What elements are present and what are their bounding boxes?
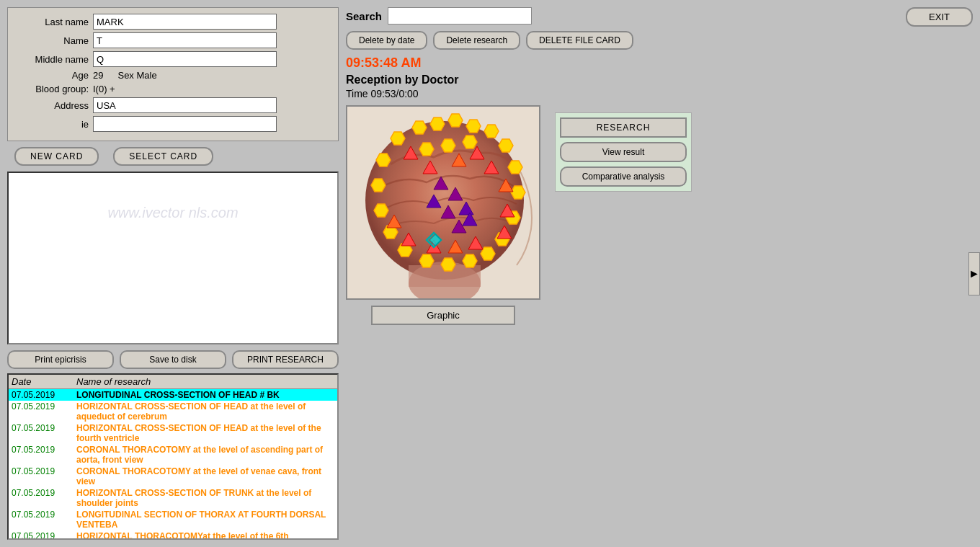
notes-area: www.ivector nls.com [7, 172, 339, 344]
exit-button[interactable]: EXIT [906, 7, 973, 27]
row-date: 07.05.2019 [12, 401, 76, 422]
blood-group-label: Blood group: [17, 84, 89, 94]
svg-marker-9 [499, 139, 513, 152]
time-text: Time 09:53/0:00 [346, 88, 973, 99]
print-research-button[interactable]: PRINT RESEARCH [232, 350, 339, 369]
row-date: 07.05.2019 [12, 531, 76, 539]
name-input[interactable] [93, 32, 277, 48]
print-epicrisis-button[interactable]: Print epicrisis [7, 350, 114, 369]
last-name-input[interactable] [93, 14, 277, 30]
sex-value: Male [137, 70, 157, 81]
row-date: 07.05.2019 [12, 390, 76, 400]
row-name: HORIZONTAL CROSS-SECTION OF HEAD at the … [76, 401, 334, 422]
row-date: 07.05.2019 [12, 445, 76, 465]
ie-label: ie [17, 119, 89, 130]
table-row[interactable]: 07.05.2019HORIZONTAL CROSS-SECTION OF TR… [9, 487, 337, 509]
time-display: 09:53:48 AM [346, 55, 973, 71]
delete-file-card-button[interactable]: DELETE FILE CARD [526, 31, 633, 50]
svg-marker-8 [484, 125, 499, 138]
row-name: HORIZONTAL CROSS-SECTION OF TRUNK at the… [76, 488, 334, 508]
delete-by-date-button[interactable]: Delete by date [346, 31, 427, 50]
middle-name-input[interactable] [93, 51, 277, 67]
table-row[interactable]: 07.05.2019LONGITUDINAL CROSS-SECTION OF … [9, 389, 337, 401]
table-row[interactable]: 07.05.2019HORIZONTAL CROSS-SECTION OF HE… [9, 401, 337, 422]
watermark: www.ivector nls.com [12, 205, 334, 221]
svg-marker-22 [463, 254, 477, 267]
row-name: CORONAL THORACOTOMY at the level of asce… [76, 445, 334, 465]
search-input[interactable] [388, 7, 532, 25]
new-card-button[interactable]: NEW CARD [14, 147, 99, 166]
graphic-button[interactable]: Graphic [371, 306, 515, 325]
row-date: 07.05.2019 [12, 466, 76, 486]
side-tab[interactable]: ► [968, 252, 980, 295]
row-name: LONGITUDINAL SECTION OF THORAX AT FOURTH… [76, 510, 334, 530]
sex-label: Sex [117, 70, 133, 81]
svg-marker-10 [508, 161, 522, 174]
middle-name-label: Middle name [17, 54, 89, 65]
research-table: Date Name of research 07.05.2019LONGITUD… [7, 373, 339, 541]
reception-text: Reception by Doctor [346, 74, 973, 86]
table-row[interactable]: 07.05.2019CORONAL THORACOTOMY at the lev… [9, 466, 337, 487]
name-label: Name [17, 35, 89, 46]
blood-group-value: I(0) + [93, 84, 115, 94]
svg-marker-11 [511, 186, 525, 199]
svg-marker-20 [419, 254, 434, 267]
table-header-name: Name of research [76, 376, 334, 387]
svg-marker-21 [441, 258, 455, 271]
row-name: HORIZONTAL CROSS-SECTION OF HEAD at the … [76, 423, 334, 443]
row-date: 07.05.2019 [12, 510, 76, 530]
delete-research-button[interactable]: Delete research [433, 31, 520, 50]
research-button[interactable]: RESEARCH [560, 117, 687, 138]
save-to-disk-button[interactable]: Save to disk [120, 350, 226, 369]
row-date: 07.05.2019 [12, 488, 76, 508]
row-name: LONGITUDINAL CROSS-SECTION OF HEAD # BK [76, 390, 334, 400]
row-name: CORONAL THORACOTOMY at the level of vena… [76, 466, 334, 486]
right-action-area: RESEARCH View result Comparative analysi… [555, 112, 692, 192]
svg-marker-4 [412, 121, 427, 134]
svg-marker-14 [391, 132, 405, 145]
table-row[interactable]: 07.05.2019HORIZONTAL CROSS-SECTION OF HE… [9, 422, 337, 444]
svg-marker-5 [430, 117, 445, 130]
brain-image [346, 105, 540, 300]
ie-input[interactable] [93, 116, 277, 132]
svg-marker-7 [466, 120, 481, 133]
select-card-button[interactable]: SELECT CARD [113, 147, 213, 166]
age-value: 29 [93, 70, 103, 81]
table-row[interactable]: 07.05.2019HORIZONTAL THORACOTOMYat the l… [9, 530, 337, 539]
address-label: Address [17, 100, 89, 111]
svg-marker-25 [441, 139, 455, 152]
row-name: HORIZONTAL THORACOTOMYat the level of th… [76, 531, 334, 539]
table-body[interactable]: 07.05.2019LONGITUDINAL CROSS-SECTION OF … [9, 389, 337, 539]
table-row[interactable]: 07.05.2019CORONAL THORACOTOMY at the lev… [9, 444, 337, 466]
address-input[interactable] [93, 97, 277, 113]
row-date: 07.05.2019 [12, 423, 76, 443]
last-name-label: Last name [17, 17, 89, 27]
search-label: Search [346, 10, 382, 22]
svg-marker-24 [419, 143, 434, 156]
comparative-analysis-button[interactable]: Comparative analysis [560, 166, 687, 187]
svg-marker-16 [371, 179, 386, 192]
view-result-button[interactable]: View result [560, 142, 687, 162]
svg-marker-6 [448, 114, 463, 127]
table-row[interactable]: 07.05.2019LONGITUDINAL SECTION OF THORAX… [9, 509, 337, 530]
svg-marker-17 [374, 204, 388, 217]
brain-svg [347, 107, 540, 300]
svg-marker-26 [463, 135, 477, 148]
age-label: Age [17, 70, 89, 81]
svg-marker-15 [376, 154, 391, 166]
table-header-date: Date [12, 376, 76, 387]
